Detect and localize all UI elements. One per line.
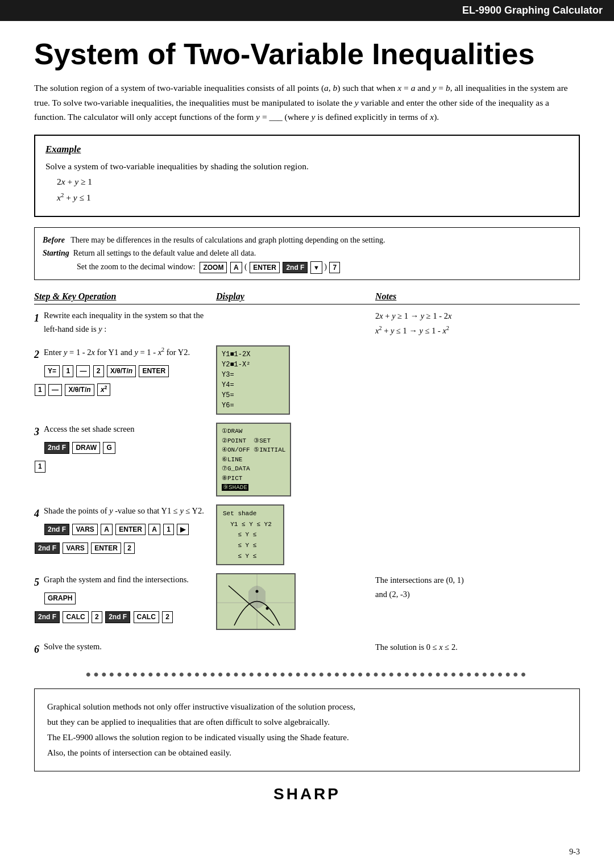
xotn-key2: X/θ/T/n bbox=[65, 384, 94, 396]
one-key2: 1 bbox=[35, 384, 45, 396]
minus-key2: — bbox=[48, 384, 62, 396]
col-header-display: Display bbox=[216, 291, 375, 302]
vars-key2: VARS bbox=[63, 542, 88, 554]
step-6-num: 6 bbox=[34, 641, 39, 658]
vars-key: VARS bbox=[72, 524, 97, 536]
2ndf-key2: 2nd F bbox=[44, 442, 69, 454]
minus-key: — bbox=[76, 365, 90, 377]
step-2-text: Enter y = 1 - 2x for Y1 and y = 1 - x2 f… bbox=[44, 348, 190, 357]
starting-text: Return all settings to the default value… bbox=[73, 249, 256, 257]
calc-key1: CALC bbox=[63, 611, 88, 623]
right-arrow-key: ▶ bbox=[177, 524, 189, 536]
two-key3: 2 bbox=[92, 611, 102, 623]
step-6-text: Solve the system. bbox=[44, 642, 102, 651]
2ndf-key3: 2nd F bbox=[44, 524, 69, 536]
step-4-display: Set shade Y1 ≤ Y ≤ Y2 ≤ Y ≤ ≤ Y ≤ ≤ Y ≤ bbox=[216, 504, 375, 565]
step-4-text: Shade the points of y -value so that Y1 … bbox=[44, 506, 204, 515]
two-key: 2 bbox=[93, 365, 104, 377]
step-5-operation: 5 Graph the system and find the intersec… bbox=[34, 573, 216, 624]
step-5-notes: The intersections are (0, 1)and (2, -3) bbox=[375, 573, 580, 601]
a-key: A bbox=[230, 262, 242, 274]
step-3-display: ①DRAW ②POINT ③SET ④ON/OFF ⑤INITIAL ⑥LINE… bbox=[216, 423, 375, 496]
zoom-key: ZOOM bbox=[200, 262, 227, 274]
draw-key: DRAW bbox=[72, 442, 100, 454]
2ndf-key: 2nd F bbox=[283, 262, 308, 274]
page-number: 9-3 bbox=[569, 848, 580, 857]
step-2-keys-line2: 1 — X/θ/T/n x2 bbox=[34, 381, 210, 397]
footer-line4: Also, the points of intersection can be … bbox=[47, 748, 231, 757]
step-3-keys-line1: 2nd F DRAW G bbox=[34, 440, 210, 455]
sharp-logo: SHARP bbox=[34, 785, 580, 803]
step-4-num: 4 bbox=[34, 506, 39, 522]
step-5-graph bbox=[216, 573, 296, 630]
step-2-operation: 2 Enter y = 1 - 2x for Y1 and y = 1 - x2… bbox=[34, 345, 216, 397]
2ndf-key4: 2nd F bbox=[35, 542, 60, 554]
page-title: System of Two-Variable Inequalities bbox=[34, 38, 580, 70]
footer-line3: The EL-9900 allows the solution region t… bbox=[47, 733, 349, 742]
svg-point-3 bbox=[256, 590, 259, 593]
step-3: 3 Access the set shade screen 2nd F DRAW… bbox=[34, 423, 580, 496]
footer-box: Graphical solution methods not only offe… bbox=[34, 688, 580, 771]
page-content: System of Two-Variable Inequalities The … bbox=[0, 21, 614, 832]
before-label: Before bbox=[43, 236, 65, 244]
step-1-text: Rewrite each inequality in the system so… bbox=[44, 311, 204, 333]
step-6-notes: The solution is 0 ≤ x ≤ 2. bbox=[375, 640, 580, 654]
enter-key4: ENTER bbox=[91, 542, 121, 554]
2ndf-key5: 2nd F bbox=[35, 611, 60, 623]
example-title: Example bbox=[45, 144, 81, 155]
xotn-key: X/θ/T/n bbox=[107, 365, 136, 377]
step-2: 2 Enter y = 1 - 2x for Y1 and y = 1 - x2… bbox=[34, 345, 580, 415]
two-key4: 2 bbox=[162, 611, 173, 623]
step-5-num: 5 bbox=[34, 574, 39, 591]
two-key2: 2 bbox=[124, 542, 135, 554]
step-1: 1 Rewrite each inequality in the system … bbox=[34, 309, 580, 337]
step-4-keys-line1: 2nd F VARS A ENTER A 1 ▶ bbox=[34, 521, 210, 536]
down-arrow: ▼ bbox=[310, 261, 322, 274]
step-6-operation: 6 Solve the system. bbox=[34, 640, 216, 658]
steps-header: Step & Key Operation Display Notes bbox=[34, 291, 580, 304]
one-key: 1 bbox=[63, 365, 73, 377]
step-3-operation: 3 Access the set shade screen 2nd F DRAW… bbox=[34, 423, 216, 473]
step-1-num: 1 bbox=[34, 310, 39, 327]
2ndf-key6: 2nd F bbox=[105, 611, 130, 623]
page-header: EL-9900 Graphing Calculator bbox=[0, 0, 614, 21]
step-1-operation: 1 Rewrite each inequality in the system … bbox=[34, 309, 216, 335]
g-key: G bbox=[103, 442, 115, 454]
step-5-text: Graph the system and find the intersecti… bbox=[44, 575, 189, 584]
example-text: Solve a system of two-variable inequalit… bbox=[45, 160, 569, 174]
before-text: There may be differences in the results … bbox=[70, 236, 385, 244]
enter-key3: ENTER bbox=[115, 524, 146, 536]
graph-key: GRAPH bbox=[44, 592, 76, 604]
seven-key: 7 bbox=[329, 262, 340, 274]
x2-key: x2 bbox=[97, 383, 110, 396]
example-equations: 2x + y ≥ 1 x2 + y ≤ 1 bbox=[57, 174, 569, 206]
one-key3: 1 bbox=[35, 461, 45, 473]
before-box: Before There may be differences in the r… bbox=[34, 227, 580, 281]
svg-point-4 bbox=[266, 607, 269, 610]
a-key2: A bbox=[101, 524, 113, 536]
step-5-keys-calc: 2nd F CALC 2 2nd F CALC 2 bbox=[34, 609, 210, 624]
col-header-notes: Notes bbox=[375, 291, 580, 302]
col-header-operation: Step & Key Operation bbox=[34, 291, 216, 302]
step-4-keys-line2: 2nd F VARS ENTER 2 bbox=[34, 540, 210, 555]
one-key4: 1 bbox=[163, 524, 174, 536]
step-2-num: 2 bbox=[34, 347, 39, 363]
step-3-text: Access the set shade screen bbox=[44, 424, 134, 433]
step-6: 6 Solve the system. The solution is 0 ≤ … bbox=[34, 640, 580, 658]
calc-key2: CALC bbox=[134, 611, 159, 623]
intro-paragraph: The solution region of a system of two-v… bbox=[34, 81, 580, 124]
step-3-lcd: ①DRAW ②POINT ③SET ④ON/OFF ⑤INITIAL ⑥LINE… bbox=[216, 423, 291, 496]
dot-divider: ●●●●●●●●●●●●●●●●●●●●●●●●●●●●●●●●●●●●●●●●… bbox=[34, 669, 580, 679]
step-3-keys-line2: 1 bbox=[34, 458, 210, 474]
step-2-keys-line1: Y= 1 — 2 X/θ/T/n ENTER bbox=[34, 362, 210, 378]
header-title: EL-9900 Graphing Calculator bbox=[462, 5, 603, 16]
enter-key: ENTER bbox=[250, 262, 280, 274]
step-5-display bbox=[216, 573, 375, 632]
step-4: 4 Shade the points of y -value so that Y… bbox=[34, 504, 580, 565]
step-5-keys-graph: GRAPH bbox=[34, 590, 210, 606]
step-4-lcd: Set shade Y1 ≤ Y ≤ Y2 ≤ Y ≤ ≤ Y ≤ ≤ Y ≤ bbox=[216, 504, 284, 565]
steps-section: Step & Key Operation Display Notes 1 Rew… bbox=[34, 291, 580, 658]
step-4-operation: 4 Shade the points of y -value so that Y… bbox=[34, 504, 216, 555]
step-5: 5 Graph the system and find the intersec… bbox=[34, 573, 580, 632]
step-3-num: 3 bbox=[34, 424, 39, 440]
